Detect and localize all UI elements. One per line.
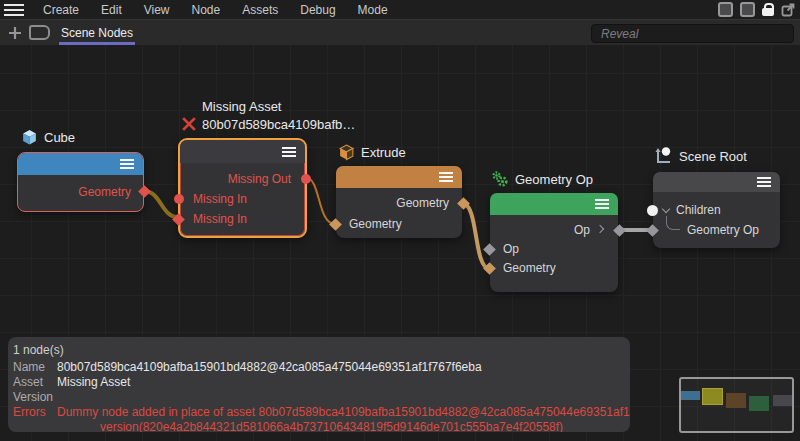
missing-title-text: Missing Asset	[202, 99, 355, 114]
selection-info-panel: 1 node(s) Name 80b07d589bca4109bafba1590…	[8, 337, 630, 432]
port-label-geometry-op-child: Geometry Op	[687, 224, 759, 236]
wire-missing-to-extrude	[305, 177, 335, 224]
missing-node-title: Missing Asset 80b07d589bca4109bafb…	[181, 99, 355, 132]
node-menu-icon[interactable]	[282, 147, 296, 157]
node-extrude-header[interactable]	[336, 166, 462, 188]
node-missing-asset[interactable]: Missing Out Missing In Missing In	[178, 138, 307, 238]
port-label-children: Children	[676, 204, 721, 216]
port-missing-out[interactable]	[301, 174, 311, 184]
reveal-input[interactable]	[591, 24, 794, 43]
port-label-missing-in-2: Missing In	[193, 213, 247, 225]
node-cube[interactable]: Geometry	[17, 152, 144, 212]
minimap-node-missing-asset	[702, 388, 723, 405]
menu-mode[interactable]: Mode	[347, 3, 399, 17]
wire-cube-to-missing	[144, 191, 178, 217]
missing-subtitle-text: 80b07d589bca4109bafb…	[202, 117, 355, 132]
node-scene-root[interactable]: Children Geometry Op	[653, 172, 780, 248]
info-version-label: Version	[13, 390, 57, 405]
main-menu-hamburger-icon[interactable]	[4, 4, 24, 16]
port-missing-in-2[interactable]	[172, 213, 185, 226]
port-label-missing-out: Missing Out	[228, 173, 291, 185]
chevron-down-icon[interactable]	[662, 205, 670, 213]
menu-debug[interactable]: Debug	[289, 3, 346, 17]
tab-shape-icon[interactable]	[29, 25, 50, 40]
port-op-out[interactable]	[613, 224, 626, 237]
port-label-geometry-out: Geometry	[396, 197, 449, 209]
node-geometry-op-header[interactable]	[490, 193, 618, 215]
info-errors-line2: version(820e4a2b844321d581066a4b73710643…	[100, 420, 563, 432]
add-tab-plus-icon[interactable]	[7, 25, 23, 41]
port-geometry-op-in[interactable]	[646, 224, 659, 237]
port-geometry-in[interactable]	[483, 262, 496, 275]
menubar-icons	[718, 0, 795, 19]
node-menu-icon[interactable]	[757, 177, 771, 187]
wire-extrude-to-geometry-op	[462, 203, 490, 269]
gears-icon	[491, 171, 509, 187]
geometry-op-node-title: Geometry Op	[491, 171, 593, 187]
port-op-in[interactable]	[483, 243, 496, 256]
geometry-op-title-text: Geometry Op	[515, 172, 593, 187]
scene-nodes-window: Create Edit View Node Assets Debug Mode …	[0, 0, 800, 441]
node-menu-icon[interactable]	[439, 172, 453, 182]
info-errors-line1: Dummy node added in place of asset 80b07…	[57, 405, 630, 420]
node-missing-header[interactable]	[180, 140, 305, 163]
minimap-node-scene-root	[773, 395, 792, 406]
port-label-geometry-in: Geometry	[503, 262, 556, 274]
panel-layout-icon[interactable]	[740, 2, 755, 17]
node-menu-icon[interactable]	[595, 199, 609, 209]
scene-root-title-text: Scene Root	[679, 149, 747, 164]
panel-layout-icon[interactable]	[718, 2, 733, 17]
info-name-value: 80b07d589bca4109bafba15901bd4882@42ca085…	[57, 360, 482, 375]
extrude-title-text: Extrude	[361, 145, 406, 160]
tree-branch-line	[666, 216, 680, 230]
missing-x-icon	[181, 116, 197, 132]
minimap[interactable]	[679, 377, 794, 433]
extrude-node-title: Extrude	[338, 144, 406, 161]
tab-scene-nodes[interactable]: Scene Nodes	[59, 20, 135, 45]
minimap-node-cube	[681, 391, 700, 400]
info-asset-label: Asset	[13, 375, 57, 390]
menu-edit[interactable]: Edit	[90, 3, 133, 17]
port-geometry-out[interactable]	[138, 185, 151, 198]
chevron-right-icon[interactable]	[596, 225, 604, 233]
cube-title-text: Cube	[44, 130, 75, 145]
node-cube-header[interactable]	[18, 153, 143, 175]
node-geometry-op[interactable]: Op Op Geometry	[490, 193, 618, 292]
node-extrude[interactable]: Geometry Geometry	[336, 166, 462, 238]
port-geometry-in[interactable]	[329, 218, 342, 231]
node-menu-icon[interactable]	[120, 159, 134, 169]
port-children-in[interactable]	[647, 205, 658, 216]
menu-view[interactable]: View	[133, 3, 181, 17]
lock-icon[interactable]	[762, 3, 774, 17]
port-label-op-out: Op	[574, 224, 590, 236]
info-asset-value: Missing Asset	[57, 375, 130, 390]
info-name-label: Name	[13, 360, 57, 375]
port-label-missing-in-1: Missing In	[193, 193, 247, 205]
menu-assets[interactable]: Assets	[231, 3, 289, 17]
tab-label: Scene Nodes	[61, 26, 133, 40]
node-scene-root-header[interactable]	[653, 172, 780, 192]
cube-icon	[21, 129, 38, 146]
info-errors-label: Errors	[13, 405, 57, 420]
toolbar: Scene Nodes	[0, 19, 800, 45]
minimap-node-extrude	[726, 393, 746, 408]
port-label-op-in: Op	[503, 243, 519, 255]
scene-root-icon	[653, 146, 673, 166]
port-missing-in-1[interactable]	[174, 194, 184, 204]
scene-root-node-title: Scene Root	[653, 146, 747, 166]
info-errors-spacer	[13, 420, 57, 432]
port-label-geometry-out: Geometry	[78, 186, 131, 198]
minimap-node-geometry-op	[749, 396, 769, 411]
menu-node[interactable]: Node	[181, 3, 232, 17]
cube-node-title: Cube	[21, 129, 75, 146]
menubar: Create Edit View Node Assets Debug Mode	[0, 0, 800, 19]
port-label-geometry-in: Geometry	[349, 218, 402, 230]
menu-create[interactable]: Create	[32, 3, 90, 17]
selected-node-count: 1 node(s)	[13, 343, 630, 358]
open-in-new-icon[interactable]	[781, 3, 795, 17]
extrude-icon	[338, 144, 355, 161]
port-geometry-out[interactable]	[457, 197, 470, 210]
